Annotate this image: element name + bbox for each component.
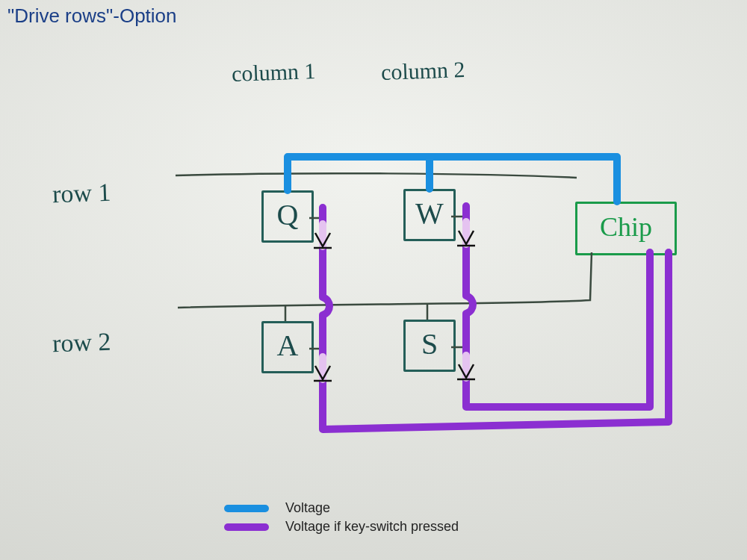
legend-row-pressed: Voltage if key-switch pressed: [224, 519, 459, 535]
chip: Chip: [575, 202, 677, 255]
legend-swatch-pressed: [224, 523, 269, 531]
legend-label-pressed: Voltage if key-switch pressed: [285, 519, 459, 535]
wiring-overlay: [0, 0, 747, 560]
diode-q: [314, 224, 332, 248]
label-row-1: row 1: [52, 178, 111, 209]
page-title: "Drive rows"-Option: [7, 4, 177, 28]
label-column-1: column 1: [231, 58, 316, 87]
key-a: A: [261, 321, 314, 373]
legend-label-voltage: Voltage: [285, 500, 330, 516]
label-row-2: row 2: [52, 328, 111, 358]
diode-a: [314, 357, 332, 381]
key-w: W: [403, 189, 456, 241]
legend-row-voltage: Voltage: [224, 500, 459, 516]
wire-row1: [176, 173, 577, 178]
diode-w: [457, 222, 475, 246]
label-column-2: column 2: [380, 57, 465, 85]
wire-row2: [178, 252, 592, 308]
diode-s: [457, 355, 475, 379]
key-s: S: [403, 320, 456, 372]
legend: Voltage Voltage if key-switch pressed: [224, 497, 459, 538]
key-q: Q: [261, 190, 314, 243]
legend-swatch-voltage: [224, 505, 269, 512]
